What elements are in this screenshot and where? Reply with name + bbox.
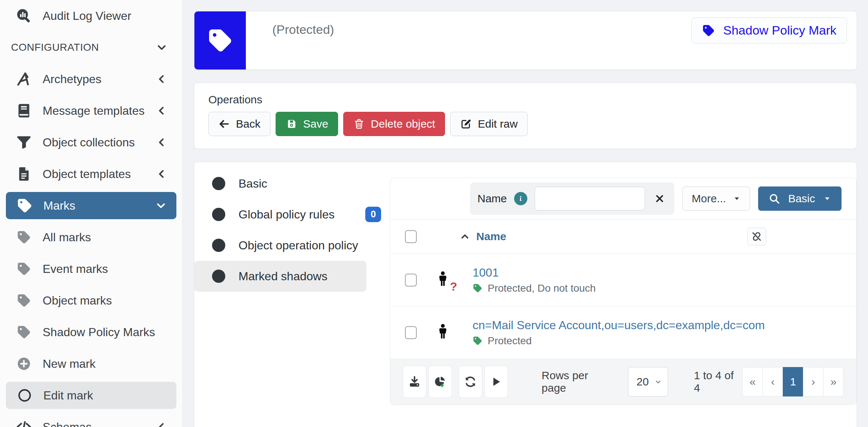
page-first-button[interactable]: « [742, 367, 763, 396]
code-icon [15, 419, 32, 427]
sidebar-item-message-templates[interactable]: Message templates [0, 95, 182, 127]
chevron-down-icon [654, 378, 662, 385]
shadow-account-icon: ? [434, 271, 452, 289]
rows-per-page-select[interactable]: 20 [628, 367, 668, 396]
sidebar-item-all-marks[interactable]: All marks [0, 221, 182, 253]
shadow-name-link[interactable]: cn=Mail Service Account,ou=users,dc=exam… [473, 319, 765, 332]
save-button[interactable]: Save [276, 112, 338, 136]
sidebar-section-label: CONFIGURATION [11, 42, 156, 53]
search-field-label: Name [477, 192, 507, 205]
shadow-policy-mark-badge[interactable]: Shadow Policy Mark [691, 17, 847, 43]
tab-marked-shadows[interactable]: Marked shadows [194, 261, 366, 292]
tag-icon [207, 27, 233, 54]
main-content: (Protected) Shadow Policy Mark Operation… [183, 0, 868, 427]
count-badge: 0 [365, 207, 381, 222]
operations-buttons: Back Save Delete object Edit raw [208, 112, 843, 136]
search-icon [768, 193, 780, 204]
search-input[interactable] [535, 187, 645, 210]
tag-icon [473, 336, 483, 346]
tab-basic[interactable]: Basic [194, 168, 383, 199]
chevron-down-icon [156, 41, 168, 54]
sidebar-item-object-templates[interactable]: Object templates [0, 158, 182, 190]
sidebar-item-archetypes[interactable]: Archetypes [0, 63, 182, 95]
sidebar-item-marks[interactable]: Marks [6, 192, 176, 219]
pen-square-icon [460, 118, 472, 130]
table-row: cn=Mail Service Account,ou=users,dc=exam… [390, 306, 856, 359]
sidebar-item-object-collections[interactable]: Object collections [0, 127, 182, 158]
circle-icon [212, 239, 225, 252]
sidebar-item-label: All marks [43, 231, 168, 244]
book-icon [15, 102, 32, 119]
trash-icon [353, 118, 365, 130]
pagination: « ‹ 1 › » [742, 367, 844, 396]
sidebar-item-label: Schemas [43, 420, 156, 427]
sort-by-name[interactable]: Name [459, 230, 506, 243]
pagination-range: 1 to 4 of 4 [694, 369, 742, 394]
sidebar-item-label: Edit mark [43, 389, 168, 402]
edit-raw-button[interactable]: Edit raw [450, 112, 527, 136]
refresh-button[interactable] [459, 366, 482, 398]
sidebar-section-configuration[interactable]: CONFIGURATION [0, 32, 182, 63]
marks-list: Protected [488, 335, 532, 347]
back-button[interactable]: Back [208, 112, 270, 136]
unlink-column-button[interactable] [747, 228, 766, 245]
delete-object-button[interactable]: Delete object [343, 112, 445, 136]
search-mode-button[interactable]: Basic [758, 186, 842, 211]
sidebar-item-audit-log-viewer[interactable]: Audit Log Viewer [0, 0, 182, 32]
clear-search-icon[interactable] [652, 191, 667, 206]
search-field-group: Name [470, 182, 674, 215]
play-icon [489, 375, 503, 388]
badge-label: Shadow Policy Mark [723, 23, 836, 38]
info-icon[interactable] [514, 192, 527, 205]
sidebar-item-label: Message templates [43, 104, 156, 118]
circle-icon [212, 177, 225, 190]
plus-circle-icon [15, 355, 32, 372]
circle-outline-icon [16, 387, 33, 404]
sidebar-item-label: Archetypes [43, 72, 156, 86]
marked-shadows-table: Name More... [390, 178, 857, 405]
create-report-button[interactable] [428, 366, 452, 398]
file-icon [15, 166, 32, 182]
unknown-status-icon: ? [450, 280, 457, 293]
sidebar-item-shadow-policy-marks[interactable]: Shadow Policy Marks [0, 316, 182, 348]
select-all-checkbox[interactable] [405, 230, 417, 243]
row-checkbox[interactable] [405, 274, 417, 287]
sidebar-item-new-mark[interactable]: New mark [0, 348, 182, 380]
sidebar-item-label: Shadow Policy Marks [43, 325, 168, 339]
page-prev-button[interactable]: ‹ [763, 367, 783, 396]
row-checkbox[interactable] [405, 326, 417, 339]
page-last-button[interactable]: » [823, 367, 844, 396]
sort-asc-icon [459, 231, 470, 242]
more-filters-button[interactable]: More... [682, 186, 750, 211]
sidebar-item-edit-mark[interactable]: Edit mark [6, 382, 176, 409]
sidebar: Audit Log Viewer CONFIGURATION Archetype… [0, 0, 183, 427]
tag-icon [16, 197, 33, 214]
sidebar-item-label: New mark [43, 357, 168, 371]
circle-icon [212, 270, 225, 283]
page-next-button[interactable]: › [803, 367, 824, 396]
table-footer: Rows per page 20 1 to 4 of 4 « ‹ 1 › » [390, 359, 856, 405]
sidebar-item-event-marks[interactable]: Event marks [0, 253, 182, 285]
marks-list: Protected, Do not touch [488, 282, 596, 294]
mark-color-box [194, 11, 246, 70]
tab-global-policy-rules[interactable]: Global policy rules 0 [194, 199, 383, 230]
download-button[interactable] [403, 366, 426, 398]
page-1-button[interactable]: 1 [783, 367, 803, 396]
tab-object-operation-policy[interactable]: Object operation policy [194, 230, 383, 261]
play-button[interactable] [484, 366, 508, 398]
refresh-icon [464, 375, 477, 388]
sidebar-item-label: Audit Log Viewer [43, 9, 168, 23]
sidebar-item-schemas[interactable]: Schemas [0, 411, 182, 427]
chevron-left-icon [156, 104, 168, 117]
archetypes-icon [15, 71, 32, 88]
chevron-left-icon [156, 73, 168, 85]
download-icon [408, 375, 421, 388]
shadow-name-link[interactable]: 1001 [473, 266, 596, 280]
chevron-left-icon [156, 421, 168, 427]
sidebar-item-object-marks[interactable]: Object marks [0, 285, 182, 316]
tag-icon [702, 24, 715, 37]
name-column-header: Name [476, 230, 506, 243]
table-header-row: Name [390, 220, 856, 254]
sidebar-item-label: Event marks [43, 262, 168, 276]
object-summary-card: (Protected) Shadow Policy Mark [194, 11, 857, 70]
